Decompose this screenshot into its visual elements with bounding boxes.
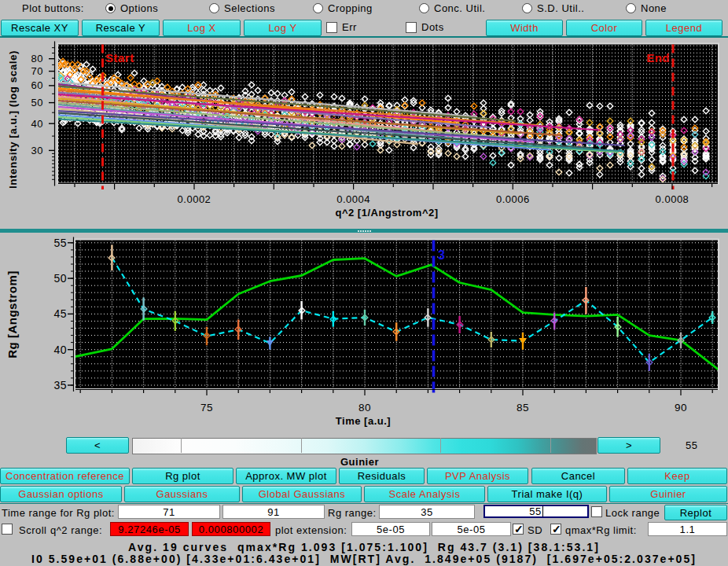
svg-text:50: 50 xyxy=(31,97,43,108)
svg-text:60: 60 xyxy=(31,79,43,91)
svg-text:40: 40 xyxy=(53,344,67,356)
svg-text:50: 50 xyxy=(53,272,67,285)
svg-text:End: End xyxy=(646,51,670,64)
svg-text:40: 40 xyxy=(31,118,43,130)
svg-text:80: 80 xyxy=(358,402,371,413)
svg-text:90: 90 xyxy=(675,402,687,413)
svg-text:0.0008: 0.0008 xyxy=(656,193,689,205)
svg-text:0.0004: 0.0004 xyxy=(336,193,370,205)
svg-text:Start: Start xyxy=(105,51,134,64)
svg-text:55: 55 xyxy=(53,237,67,249)
svg-text:75: 75 xyxy=(200,402,213,413)
svg-text:70: 70 xyxy=(31,65,43,77)
svg-text:30: 30 xyxy=(31,145,43,156)
svg-text:q^2 [1/Angstrom^2]: q^2 [1/Angstrom^2] xyxy=(335,207,438,219)
svg-text:35: 35 xyxy=(53,379,67,391)
svg-text:45: 45 xyxy=(53,307,67,320)
svg-text:85: 85 xyxy=(517,402,529,413)
svg-text:Time [a.u.]: Time [a.u.] xyxy=(336,415,391,427)
svg-text:80: 80 xyxy=(31,53,43,64)
svg-text:Rg [Angstrom]: Rg [Angstrom] xyxy=(6,270,19,358)
svg-text:0.0002: 0.0002 xyxy=(178,193,211,205)
svg-text:3: 3 xyxy=(438,248,445,262)
svg-text:0.0006: 0.0006 xyxy=(496,193,530,205)
svg-text:Intensity [a.u.] (log scale): Intensity [a.u.] (log scale) xyxy=(7,50,19,189)
